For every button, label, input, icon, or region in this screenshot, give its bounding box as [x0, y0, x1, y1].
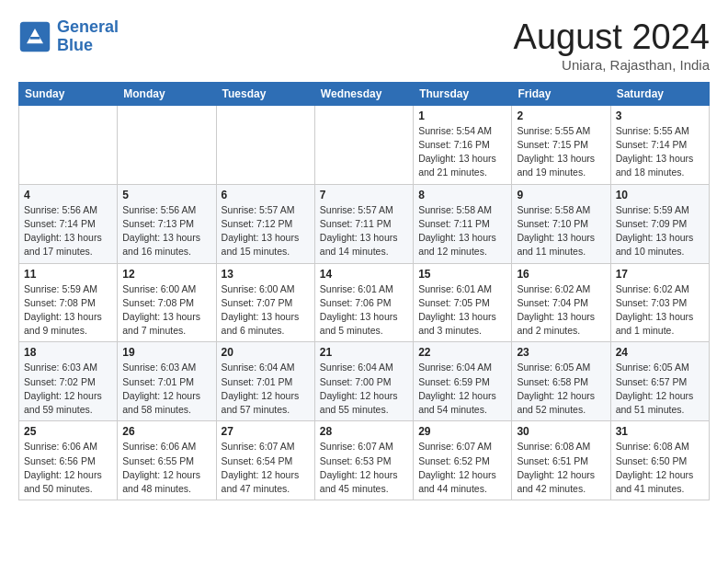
weekday-header: Tuesday [216, 82, 314, 105]
calendar-cell: 25Sunrise: 6:06 AMSunset: 6:56 PMDayligh… [19, 421, 118, 500]
day-info: Sunrise: 6:04 AMSunset: 7:00 PMDaylight:… [320, 361, 408, 417]
calendar-cell: 23Sunrise: 6:05 AMSunset: 6:58 PMDayligh… [512, 342, 610, 421]
calendar-cell: 24Sunrise: 6:05 AMSunset: 6:57 PMDayligh… [610, 342, 709, 421]
title-block: August 2024 Uniara, Rajasthan, India [514, 18, 710, 73]
weekday-header: Friday [512, 82, 610, 105]
logo: General Blue [18, 18, 119, 55]
day-number: 25 [24, 425, 112, 438]
calendar-cell: 30Sunrise: 6:08 AMSunset: 6:51 PMDayligh… [512, 421, 610, 500]
day-number: 8 [418, 189, 506, 201]
day-number: 16 [517, 268, 605, 281]
day-number: 15 [418, 268, 506, 281]
calendar-cell: 22Sunrise: 6:04 AMSunset: 6:59 PMDayligh… [414, 342, 512, 421]
day-info: Sunrise: 5:58 AMSunset: 7:10 PMDaylight:… [517, 203, 605, 259]
day-info: Sunrise: 6:07 AMSunset: 6:54 PMDaylight:… [222, 440, 310, 496]
day-info: Sunrise: 6:04 AMSunset: 6:59 PMDaylight:… [418, 361, 506, 417]
logo-line1: General [57, 17, 119, 36]
logo-line2: Blue [57, 36, 93, 54]
day-number: 2 [517, 109, 605, 122]
calendar-cell: 3Sunrise: 5:55 AMSunset: 7:14 PMDaylight… [610, 105, 709, 184]
logo-icon [18, 20, 51, 53]
day-number: 12 [122, 268, 210, 281]
calendar-cell [216, 105, 314, 184]
page-header: General Blue August 2024 Uniara, Rajasth… [18, 18, 710, 73]
day-number: 29 [418, 425, 506, 438]
calendar-week-row: 18Sunrise: 6:03 AMSunset: 7:02 PMDayligh… [19, 342, 710, 421]
day-number: 23 [517, 346, 605, 359]
day-number: 27 [222, 425, 310, 438]
day-info: Sunrise: 6:03 AMSunset: 7:01 PMDaylight:… [122, 361, 210, 417]
day-info: Sunrise: 5:59 AMSunset: 7:09 PMDaylight:… [616, 203, 704, 259]
calendar-cell: 29Sunrise: 6:07 AMSunset: 6:52 PMDayligh… [414, 421, 512, 500]
calendar-cell: 1Sunrise: 5:54 AMSunset: 7:16 PMDaylight… [414, 105, 512, 184]
location: Uniara, Rajasthan, India [514, 57, 710, 73]
svg-rect-2 [30, 37, 40, 40]
weekday-header: Wednesday [314, 82, 413, 105]
day-number: 9 [517, 189, 605, 201]
day-info: Sunrise: 5:57 AMSunset: 7:11 PMDaylight:… [320, 203, 408, 259]
calendar-cell: 11Sunrise: 5:59 AMSunset: 7:08 PMDayligh… [19, 263, 118, 342]
day-number: 24 [616, 346, 704, 359]
calendar-cell: 17Sunrise: 6:02 AMSunset: 7:03 PMDayligh… [610, 263, 709, 342]
day-info: Sunrise: 5:55 AMSunset: 7:15 PMDaylight:… [517, 124, 605, 180]
day-info: Sunrise: 5:59 AMSunset: 7:08 PMDaylight:… [24, 282, 112, 339]
calendar-cell: 13Sunrise: 6:00 AMSunset: 7:07 PMDayligh… [216, 263, 314, 342]
calendar-cell: 20Sunrise: 6:04 AMSunset: 7:01 PMDayligh… [216, 342, 314, 421]
day-info: Sunrise: 6:01 AMSunset: 7:05 PMDaylight:… [418, 282, 506, 339]
day-info: Sunrise: 6:07 AMSunset: 6:53 PMDaylight:… [320, 440, 408, 496]
day-info: Sunrise: 6:01 AMSunset: 7:06 PMDaylight:… [320, 282, 408, 339]
day-info: Sunrise: 6:02 AMSunset: 7:04 PMDaylight:… [517, 282, 605, 339]
day-number: 21 [320, 346, 408, 359]
day-number: 3 [616, 109, 704, 122]
day-info: Sunrise: 5:56 AMSunset: 7:14 PMDaylight:… [24, 203, 112, 259]
calendar-cell: 14Sunrise: 6:01 AMSunset: 7:06 PMDayligh… [314, 263, 413, 342]
day-number: 7 [320, 189, 408, 201]
logo-text: General Blue [57, 18, 119, 55]
calendar-header-row: SundayMondayTuesdayWednesdayThursdayFrid… [19, 82, 710, 105]
day-info: Sunrise: 6:08 AMSunset: 6:50 PMDaylight:… [616, 440, 704, 496]
calendar-cell: 27Sunrise: 6:07 AMSunset: 6:54 PMDayligh… [216, 421, 314, 500]
day-number: 18 [24, 346, 112, 359]
day-number: 22 [418, 346, 506, 359]
calendar-cell: 16Sunrise: 6:02 AMSunset: 7:04 PMDayligh… [512, 263, 610, 342]
day-number: 6 [222, 189, 310, 201]
day-info: Sunrise: 6:04 AMSunset: 7:01 PMDaylight:… [222, 361, 310, 417]
weekday-header: Thursday [414, 82, 512, 105]
calendar-cell: 12Sunrise: 6:00 AMSunset: 7:08 PMDayligh… [118, 263, 216, 342]
day-info: Sunrise: 6:06 AMSunset: 6:55 PMDaylight:… [122, 440, 210, 496]
day-info: Sunrise: 6:02 AMSunset: 7:03 PMDaylight:… [616, 282, 704, 339]
calendar-week-row: 4Sunrise: 5:56 AMSunset: 7:14 PMDaylight… [19, 184, 710, 263]
calendar-week-row: 25Sunrise: 6:06 AMSunset: 6:56 PMDayligh… [19, 421, 710, 500]
day-number: 31 [616, 425, 704, 438]
day-info: Sunrise: 6:05 AMSunset: 6:57 PMDaylight:… [616, 361, 704, 417]
day-number: 4 [24, 189, 112, 201]
day-info: Sunrise: 6:07 AMSunset: 6:52 PMDaylight:… [418, 440, 506, 496]
day-info: Sunrise: 5:57 AMSunset: 7:12 PMDaylight:… [222, 203, 310, 259]
weekday-header: Sunday [19, 82, 118, 105]
day-info: Sunrise: 6:05 AMSunset: 6:58 PMDaylight:… [517, 361, 605, 417]
calendar-week-row: 11Sunrise: 5:59 AMSunset: 7:08 PMDayligh… [19, 263, 710, 342]
calendar-cell: 9Sunrise: 5:58 AMSunset: 7:10 PMDaylight… [512, 184, 610, 263]
calendar-week-row: 1Sunrise: 5:54 AMSunset: 7:16 PMDaylight… [19, 105, 710, 184]
day-number: 28 [320, 425, 408, 438]
calendar-cell [118, 105, 216, 184]
calendar-cell [19, 105, 118, 184]
day-number: 26 [122, 425, 210, 438]
calendar-cell: 28Sunrise: 6:07 AMSunset: 6:53 PMDayligh… [314, 421, 413, 500]
calendar-cell: 19Sunrise: 6:03 AMSunset: 7:01 PMDayligh… [118, 342, 216, 421]
calendar-cell: 4Sunrise: 5:56 AMSunset: 7:14 PMDaylight… [19, 184, 118, 263]
day-info: Sunrise: 5:55 AMSunset: 7:14 PMDaylight:… [616, 124, 704, 180]
day-info: Sunrise: 6:00 AMSunset: 7:07 PMDaylight:… [222, 282, 310, 339]
month-title: August 2024 [514, 18, 710, 57]
day-info: Sunrise: 6:06 AMSunset: 6:56 PMDaylight:… [24, 440, 112, 496]
day-number: 20 [222, 346, 310, 359]
day-number: 30 [517, 425, 605, 438]
calendar-cell: 15Sunrise: 6:01 AMSunset: 7:05 PMDayligh… [414, 263, 512, 342]
calendar-cell: 26Sunrise: 6:06 AMSunset: 6:55 PMDayligh… [118, 421, 216, 500]
day-info: Sunrise: 5:54 AMSunset: 7:16 PMDaylight:… [418, 124, 506, 180]
day-info: Sunrise: 6:08 AMSunset: 6:51 PMDaylight:… [517, 440, 605, 496]
day-info: Sunrise: 6:00 AMSunset: 7:08 PMDaylight:… [122, 282, 210, 339]
day-number: 1 [418, 109, 506, 122]
day-info: Sunrise: 6:03 AMSunset: 7:02 PMDaylight:… [24, 361, 112, 417]
day-number: 10 [616, 189, 704, 201]
